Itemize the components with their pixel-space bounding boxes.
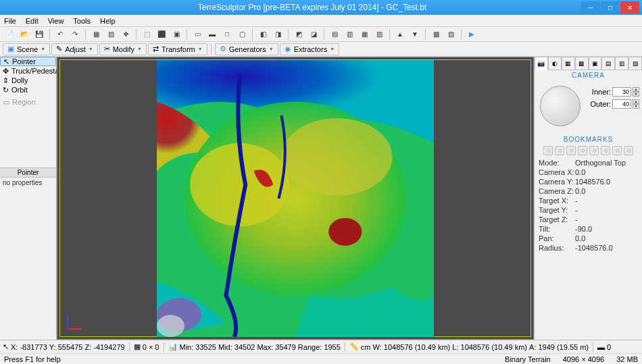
caret-down-icon: ▼ [198, 47, 203, 51]
bookmark-icon[interactable]: ◇ [543, 146, 553, 155]
pan-label: Pan: [539, 234, 575, 242]
bookmark-icon[interactable]: ◇ [555, 146, 564, 155]
tool-icon[interactable]: ▧ [372, 28, 386, 41]
main-toolbar: 📄 📂 💾 ↶ ↷ ▦ ▨ ❖ ⬚ ⬛ ▣ ▭ ▬ □ ▢ ◧ ◨ ◩ ◪ ▤ … [0, 27, 642, 42]
right-panel-tabs: 📷 ◐ ▦ ▩ ▣ ▤ ▥ ▧ [535, 57, 642, 70]
tab-4[interactable]: ▩ [575, 57, 589, 70]
extractors-icon: ◉ [285, 45, 291, 53]
tool-truck-pedestal[interactable]: ✥ Truck/Pedestal [0, 66, 56, 76]
tool-icon[interactable]: ▨ [104, 28, 118, 41]
transform-dropdown[interactable]: ⇄ Transform ▼ [148, 43, 207, 55]
separator [389, 29, 390, 40]
bookmark-icon[interactable]: ◇ [601, 146, 610, 155]
bookmark-icon[interactable]: ◇ [612, 146, 622, 155]
adjust-dropdown[interactable]: ✎ Adjust ▼ [51, 43, 98, 55]
status-y: Y: 555475 [49, 343, 83, 351]
cursor-icon: ↖ [3, 342, 9, 351]
tool-icon[interactable]: ▩ [429, 28, 443, 41]
spin-down-icon[interactable]: ▼ [633, 104, 639, 109]
radius-label: Radius: [539, 244, 575, 252]
spin-down-icon[interactable]: ▼ [633, 92, 639, 97]
menu-tools[interactable]: Tools [73, 17, 91, 25]
open-icon[interactable]: 📂 [18, 28, 31, 41]
redo-icon[interactable]: ↷ [68, 28, 82, 41]
tool-icon[interactable]: ▭ [191, 28, 204, 41]
modify-dropdown[interactable]: ✂ Modify ▼ [99, 43, 147, 55]
memory-usage: 32 MB [616, 355, 638, 363]
undo-icon[interactable]: ↶ [53, 28, 67, 41]
status-x: X: -831773 [11, 343, 47, 351]
ruler-icon: 📏 [349, 342, 359, 351]
bookmark-icon[interactable]: ◇ [589, 146, 599, 155]
tool-icon[interactable]: ▼ [408, 28, 422, 41]
camera-widget: Inner: ▲▼ Outer: ▲▼ [535, 80, 642, 134]
tool-icon[interactable]: ▢ [235, 28, 249, 41]
tab-8[interactable]: ▧ [628, 57, 642, 70]
modify-icon: ✂ [104, 45, 110, 53]
mode-value: Orthogonal Top [575, 159, 626, 167]
maximize-button[interactable]: □ [601, 1, 620, 14]
tool-icon[interactable]: ▦ [89, 28, 103, 41]
save-icon[interactable]: 💾 [32, 28, 46, 41]
right-panel: 📷 ◐ ▦ ▩ ▣ ▤ ▥ ▧ CAMERA Inner: ▲▼ Outer: [534, 57, 642, 340]
minimize-button[interactable]: ─ [581, 1, 600, 14]
left-tool-panel: ↖ Pointer ✥ Truck/Pedestal ⇕ Dolly ↻ Orb… [0, 57, 57, 340]
tool-icon[interactable]: ⬚ [140, 28, 153, 41]
viewport[interactable] [57, 57, 534, 340]
svg-point-4 [328, 217, 362, 245]
spin-up-icon[interactable]: ▲ [633, 87, 639, 92]
bookmark-icon[interactable]: ◇ [624, 146, 633, 155]
tool-icon[interactable]: ▤ [328, 28, 341, 41]
menu-edit[interactable]: Edit [26, 17, 39, 25]
tool-icon[interactable]: ▲ [393, 28, 407, 41]
tab-5[interactable]: ▣ [589, 57, 602, 70]
tilt-value: -90.0 [575, 225, 592, 233]
tool-dolly[interactable]: ⇕ Dolly [0, 76, 56, 85]
outer-spinbox[interactable] [612, 99, 631, 109]
close-button[interactable]: ✕ [620, 1, 639, 14]
ty-label: Target Y: [539, 206, 575, 214]
svg-point-6 [157, 315, 184, 337]
tool-icon[interactable]: ⬛ [155, 28, 168, 41]
extractors-dropdown[interactable]: ◉ Extractors ▼ [280, 43, 339, 55]
tool-pointer[interactable]: ↖ Pointer [0, 57, 56, 66]
separator [136, 29, 137, 40]
menu-view[interactable]: View [48, 17, 64, 25]
new-icon[interactable]: 📄 [3, 28, 16, 41]
tool-icon[interactable]: ◧ [256, 28, 270, 41]
tool-icon[interactable]: ❖ [119, 28, 132, 41]
tab-7[interactable]: ▥ [615, 57, 628, 70]
separator [252, 29, 253, 40]
tab-2[interactable]: ◐ [548, 57, 562, 70]
tab-6[interactable]: ▤ [601, 57, 615, 70]
tool-icon[interactable]: ▬ [205, 28, 219, 41]
camx-value: 0.0 [575, 168, 585, 176]
menu-file[interactable]: File [4, 17, 16, 25]
bookmark-icon[interactable]: ◇ [578, 146, 587, 155]
separator [187, 29, 187, 40]
title-bar: TerreSculptor Pro [pre-BETA expires July… [0, 0, 642, 15]
camera-trackball[interactable] [540, 86, 581, 126]
tool-icon[interactable]: ▣ [170, 28, 183, 41]
tool-icon[interactable]: ◪ [307, 28, 320, 41]
spin-up-icon[interactable]: ▲ [633, 99, 639, 104]
inner-spinbox[interactable] [612, 87, 631, 97]
tool-icon[interactable]: ◩ [292, 28, 305, 41]
tool-icon[interactable]: ◨ [271, 28, 285, 41]
tool-orbit[interactable]: ↻ Orbit [0, 85, 56, 95]
tool-icon[interactable]: □ [220, 28, 234, 41]
tab-camera[interactable]: 📷 [535, 57, 548, 70]
scene-dropdown[interactable]: ▣ Scene ▼ [3, 43, 50, 55]
tool-icon[interactable]: ▨ [444, 28, 458, 41]
status-a: A: 1949 (19.55 m) [529, 343, 589, 351]
tab-3[interactable]: ▦ [562, 57, 575, 70]
cube-icon: ▣ [7, 45, 14, 53]
tool-icon[interactable]: ▥ [343, 28, 356, 41]
generators-dropdown[interactable]: ⚙ Generators ▼ [215, 43, 278, 55]
status-range: Range: 1955 [298, 343, 341, 351]
camx-label: Camera X: [539, 168, 575, 176]
menu-help[interactable]: Help [100, 17, 116, 25]
tool-icon[interactable]: ▦ [357, 28, 371, 41]
play-icon[interactable]: ▶ [465, 28, 478, 41]
bookmark-icon[interactable]: ◇ [566, 146, 576, 155]
